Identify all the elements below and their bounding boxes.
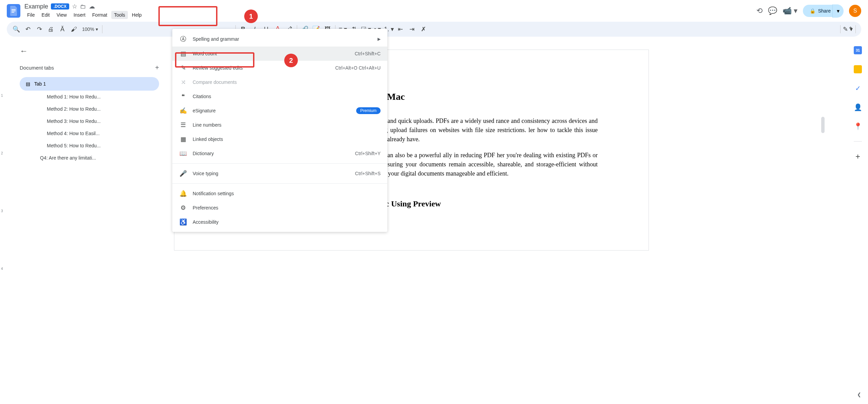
- decrease-indent-icon[interactable]: ⇤: [395, 24, 406, 35]
- contacts-app-icon[interactable]: 👤: [854, 103, 862, 111]
- tab-1[interactable]: ▤ Tab 1: [20, 77, 159, 91]
- compare-icon: ⤨: [179, 78, 187, 86]
- outline-method-2[interactable]: Method 2: How to Redu...: [20, 103, 159, 115]
- dropdown-dictionary[interactable]: 📖 Dictionary Ctrl+Shift+Y: [172, 146, 387, 161]
- menu-edit[interactable]: Edit: [39, 11, 53, 19]
- zoom-selector[interactable]: 100% ▾: [80, 26, 100, 32]
- premium-badge: Premium: [356, 107, 381, 114]
- menu-format[interactable]: Format: [90, 11, 110, 19]
- preferences-icon: ⚙: [179, 204, 187, 212]
- svg-rect-1: [12, 11, 16, 11]
- print-icon[interactable]: 🖨: [45, 24, 56, 35]
- microphone-icon: 🎤: [179, 170, 187, 177]
- separator: [102, 25, 102, 33]
- dropdown-notification-settings[interactable]: 🔔 Notification settings: [172, 186, 387, 201]
- undo-icon[interactable]: ↶: [22, 24, 33, 35]
- esignature-icon: ✍: [179, 107, 187, 114]
- menu-tools[interactable]: Tools: [111, 11, 128, 19]
- main-area: 1 2 3 4 ← Document tabs + ▤ Tab 1 Method…: [0, 39, 868, 404]
- star-icon[interactable]: ☆: [72, 3, 77, 10]
- dropdown-preferences[interactable]: ⚙ Preferences: [172, 201, 387, 215]
- docs-logo-icon: [9, 6, 18, 16]
- outline-method-4[interactable]: Method 4: How to Easil...: [20, 127, 159, 140]
- dropdown-accessibility[interactable]: ♿ Accessibility: [172, 215, 387, 229]
- cloud-status-icon[interactable]: ☁: [89, 3, 95, 10]
- spellcheck-icon: Ⓐ: [179, 35, 187, 43]
- separator: [840, 25, 841, 33]
- docx-badge: .DOCX: [51, 3, 69, 10]
- header: Example .DOCX ☆ 🗀 ☁ File Edit View Inser…: [0, 0, 868, 22]
- share-dropdown-button[interactable]: ▾: [832, 4, 844, 18]
- title-area: Example .DOCX ☆ 🗀 ☁ File Edit View Inser…: [24, 3, 756, 19]
- meet-icon[interactable]: 📹 ▾: [783, 6, 797, 15]
- redo-icon[interactable]: ↷: [34, 24, 45, 35]
- annotation-box-2: [175, 52, 254, 68]
- menu-bar: File Edit View Insert Format Tools Help: [24, 11, 756, 19]
- menu-insert[interactable]: Insert: [71, 11, 88, 19]
- dropdown-separator: [172, 163, 387, 164]
- sidebar-title: Document tabs: [20, 65, 54, 71]
- outline-method-5[interactable]: Method 5: How to Redu...: [20, 140, 159, 152]
- move-folder-icon[interactable]: 🗀: [80, 3, 86, 10]
- svg-rect-2: [12, 12, 14, 13]
- side-panel: 31 ✓ 👤 📍 +: [848, 39, 868, 404]
- annotation-badge-1: 1: [244, 10, 258, 23]
- vertical-ruler[interactable]: 1 2 3 4: [0, 50, 9, 404]
- dropdown-line-numbers[interactable]: ☰ Line numbers: [172, 118, 387, 132]
- sidebar-header: Document tabs +: [20, 64, 159, 72]
- spellcheck-icon[interactable]: Ă: [57, 24, 68, 35]
- add-tab-icon[interactable]: +: [155, 64, 159, 72]
- add-addon-icon[interactable]: +: [854, 152, 862, 161]
- panel-separator: [854, 141, 862, 142]
- document-tab-icon: ▤: [26, 81, 30, 87]
- bell-icon: 🔔: [179, 190, 187, 197]
- annotation-box-1: [158, 6, 217, 26]
- history-icon[interactable]: ⟲: [756, 6, 763, 15]
- docs-app-icon[interactable]: [7, 4, 20, 18]
- line-numbers-icon: ☰: [179, 121, 187, 129]
- dropdown-voice-typing[interactable]: 🎤 Voice typing Ctrl+Shift+S: [172, 166, 387, 181]
- dropdown-citations[interactable]: ❝ Citations: [172, 89, 387, 104]
- comments-icon[interactable]: 💬: [768, 6, 777, 15]
- share-label: Share: [818, 8, 831, 14]
- header-right: ⟲ 💬 📹 ▾ 🔒 Share ▾ S: [756, 4, 861, 18]
- submenu-arrow-icon: ▶: [378, 37, 381, 41]
- annotation-badge-2: 2: [284, 54, 298, 67]
- citations-icon: ❝: [179, 93, 187, 100]
- dropdown-spelling-grammar[interactable]: Ⓐ Spelling and grammar ▶: [172, 32, 387, 47]
- paint-format-icon[interactable]: 🖌: [69, 24, 79, 35]
- dropdown-separator: [172, 183, 387, 184]
- keep-app-icon[interactable]: [854, 65, 862, 73]
- accessibility-icon: ♿: [179, 218, 187, 226]
- outline-method-3[interactable]: Method 3: How to Redu...: [20, 115, 159, 127]
- outline-method-1[interactable]: Method 1: How to Redu...: [20, 91, 159, 103]
- increase-indent-icon[interactable]: ⇥: [407, 24, 418, 35]
- title-row: Example .DOCX ☆ 🗀 ☁: [24, 3, 756, 10]
- avatar[interactable]: S: [849, 5, 861, 17]
- search-icon[interactable]: 🔍: [11, 24, 22, 35]
- menu-file[interactable]: File: [24, 11, 38, 19]
- maps-app-icon[interactable]: 📍: [854, 122, 862, 130]
- clear-formatting-icon[interactable]: ✗: [418, 24, 429, 35]
- scrollbar-thumb[interactable]: [821, 117, 825, 133]
- collapse-toolbar-icon[interactable]: ⌃: [845, 24, 856, 35]
- dropdown-linked-objects[interactable]: ▦ Linked objects: [172, 132, 387, 146]
- outline-q4[interactable]: Q4: Are there any limitati...: [20, 152, 159, 164]
- dropdown-esignature[interactable]: ✍ eSignature Premium: [172, 104, 387, 118]
- sidebar: ← Document tabs + ▤ Tab 1 Method 1: How …: [9, 39, 166, 404]
- dropdown-compare-documents: ⤨ Compare documents: [172, 75, 387, 89]
- lock-icon: 🔒: [810, 8, 815, 14]
- calendar-app-icon[interactable]: 31: [854, 46, 862, 54]
- toolbar: 🔍 ↶ ↷ 🖨 Ă 🖌 100% ▾ B I U A 🖍 🔗 📝 🖼 ≡ ▾ ⇅…: [7, 22, 861, 37]
- linked-objects-icon: ▦: [179, 135, 187, 143]
- dictionary-icon: 📖: [179, 150, 187, 157]
- tasks-app-icon[interactable]: ✓: [854, 84, 862, 92]
- svg-rect-0: [12, 9, 16, 10]
- show-side-panel-icon[interactable]: ❮: [857, 392, 861, 397]
- back-arrow-icon[interactable]: ←: [20, 46, 159, 56]
- document-title[interactable]: Example: [24, 3, 48, 10]
- menu-view[interactable]: View: [54, 11, 70, 19]
- menu-help[interactable]: Help: [129, 11, 144, 19]
